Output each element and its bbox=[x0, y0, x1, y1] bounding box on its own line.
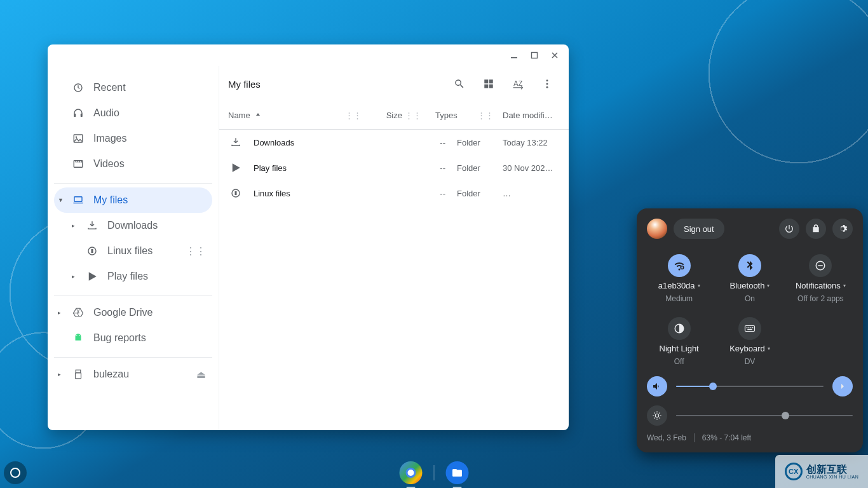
view-toggle-button[interactable] bbox=[476, 71, 501, 97]
row-size: -- bbox=[407, 189, 445, 198]
quick-settings-footer[interactable]: Wed, 3 Feb 63% - 7:04 left bbox=[647, 433, 853, 442]
sidebar-trail-icon[interactable]: ⋮⋮ bbox=[186, 245, 206, 257]
window-maximize-button[interactable] bbox=[524, 45, 545, 65]
linux-icon bbox=[228, 187, 243, 199]
files-sidebar: RecentAudioImagesVideos▼My files▸Downloa… bbox=[48, 66, 219, 430]
svg-rect-3 bbox=[74, 114, 76, 117]
download-icon bbox=[228, 137, 243, 148]
headphones-icon bbox=[72, 107, 85, 119]
sidebar-item-label: My files bbox=[93, 194, 128, 206]
sidebar-item-label: Linux files bbox=[107, 245, 153, 257]
chevron-down-icon: ▾ bbox=[843, 283, 846, 288]
svg-point-11 bbox=[76, 336, 78, 337]
table-row[interactable]: Linux files--Folder… bbox=[219, 180, 569, 206]
image-icon bbox=[72, 133, 85, 144]
sidebar-item-myfiles[interactable]: ▼My files bbox=[54, 187, 212, 213]
column-resize-handle[interactable]: ⋮⋮ bbox=[475, 111, 496, 120]
usb-icon bbox=[72, 369, 85, 380]
svg-rect-10 bbox=[92, 249, 93, 253]
sidebar-item-label: bulezau bbox=[93, 369, 129, 380]
sidebar-item-bulezau[interactable]: ▸bulezau⏏ bbox=[54, 362, 212, 387]
column-date[interactable]: Date modifi… bbox=[496, 111, 560, 120]
files-window: RecentAudioImagesVideos▼My files▸Downloa… bbox=[48, 44, 569, 430]
sidebar-item-downloads[interactable]: ▸Downloads bbox=[54, 213, 212, 238]
qs-tile-night[interactable]: Night LightOff bbox=[647, 313, 711, 370]
toolbar-title: My files bbox=[228, 79, 443, 90]
sidebar-item-images[interactable]: Images bbox=[54, 126, 212, 151]
svg-rect-23 bbox=[681, 267, 682, 269]
sidebar-item-play[interactable]: ▸Play files bbox=[54, 264, 212, 289]
brightness-button[interactable] bbox=[647, 405, 667, 426]
quick-settings-panel: Sign out a1eb30da▾MediumBluetooth▾OnNoti… bbox=[637, 208, 863, 452]
drive-icon bbox=[72, 307, 85, 318]
grid-icon bbox=[483, 78, 494, 90]
caret-icon: ▸ bbox=[58, 371, 63, 377]
brightness-slider[interactable] bbox=[676, 415, 853, 416]
chevron-down-icon: ▾ bbox=[698, 283, 700, 288]
power-button[interactable] bbox=[779, 219, 799, 239]
tile-sublabel: Off bbox=[674, 357, 684, 366]
volume-row bbox=[647, 376, 853, 396]
android-icon bbox=[72, 332, 85, 344]
sort-asc-icon bbox=[254, 112, 262, 119]
sidebar-item-audio[interactable]: Audio bbox=[54, 100, 212, 126]
sidebar-item-gdrive[interactable]: ▸Google Drive bbox=[54, 300, 212, 325]
collapse-button[interactable] bbox=[835, 212, 855, 243]
sort-az-icon: AZ bbox=[512, 78, 524, 90]
qs-tile-bt[interactable]: Bluetooth▾On bbox=[717, 250, 782, 307]
svg-rect-0 bbox=[511, 57, 517, 58]
download-icon bbox=[86, 220, 98, 231]
volume-slider[interactable] bbox=[676, 386, 824, 387]
qs-tile-kbd[interactable]: Keyboard▾DV bbox=[717, 313, 782, 370]
qs-tile-notif[interactable]: Notifications▾Off for 2 apps bbox=[789, 250, 853, 307]
file-rows: Downloads--FolderToday 13:22Play files--… bbox=[219, 130, 569, 430]
lock-button[interactable] bbox=[806, 219, 826, 239]
svg-rect-28 bbox=[747, 327, 748, 329]
svg-rect-27 bbox=[745, 326, 754, 332]
table-row[interactable]: Play files--Folder30 Nov 202… bbox=[219, 155, 569, 180]
caret-icon: ▸ bbox=[58, 309, 63, 316]
window-minimize-button[interactable] bbox=[504, 45, 524, 65]
column-types[interactable]: Types bbox=[424, 111, 475, 120]
lock-icon bbox=[811, 224, 821, 234]
shelf-chrome-button[interactable] bbox=[400, 461, 423, 484]
audio-output-button[interactable] bbox=[832, 376, 853, 396]
column-size[interactable]: Size bbox=[364, 111, 402, 120]
watermark-logo-icon: CX bbox=[785, 463, 803, 480]
table-row[interactable]: Downloads--FolderToday 13:22 bbox=[219, 130, 569, 155]
qs-tile-wifi[interactable]: a1eb30da▾Medium bbox=[647, 250, 711, 307]
svg-point-19 bbox=[546, 86, 548, 88]
search-button[interactable] bbox=[447, 71, 472, 97]
row-size: -- bbox=[407, 138, 445, 147]
launcher-button[interactable] bbox=[4, 461, 27, 484]
sidebar-item-label: Bug reports bbox=[93, 332, 146, 344]
sidebar-item-recent[interactable]: Recent bbox=[54, 75, 212, 100]
sidebar-item-linux[interactable]: Linux files⋮⋮ bbox=[54, 238, 212, 264]
sidebar-item-bugs[interactable]: Bug reports bbox=[54, 325, 212, 351]
column-name[interactable]: Name bbox=[228, 111, 342, 120]
sign-out-button[interactable]: Sign out bbox=[674, 219, 724, 239]
window-close-button[interactable] bbox=[545, 45, 565, 65]
column-resize-handle[interactable]: ⋮⋮ bbox=[402, 111, 424, 120]
sort-button[interactable]: AZ bbox=[505, 71, 531, 97]
volume-icon bbox=[652, 381, 662, 391]
sidebar-item-videos[interactable]: Videos bbox=[54, 151, 212, 177]
row-date: … bbox=[496, 189, 560, 198]
sidebar-item-label: Downloads bbox=[107, 220, 158, 231]
svg-rect-8 bbox=[74, 197, 82, 202]
sidebar-item-label: Audio bbox=[93, 107, 119, 119]
volume-mute-button[interactable] bbox=[647, 376, 667, 396]
svg-rect-31 bbox=[752, 327, 754, 329]
row-date: 30 Nov 202… bbox=[496, 163, 560, 173]
brightness-row bbox=[647, 405, 853, 426]
shelf-files-button[interactable] bbox=[446, 461, 469, 484]
contrast-icon bbox=[668, 317, 691, 340]
row-type: Folder bbox=[445, 138, 496, 147]
keyboard-icon bbox=[738, 317, 761, 340]
more-button[interactable] bbox=[534, 71, 560, 97]
sidebar-trail-icon[interactable]: ⏏ bbox=[196, 369, 206, 381]
svg-rect-32 bbox=[747, 329, 752, 330]
svg-rect-4 bbox=[81, 114, 83, 117]
column-resize-handle[interactable]: ⋮⋮ bbox=[342, 111, 364, 120]
avatar[interactable] bbox=[647, 219, 667, 239]
